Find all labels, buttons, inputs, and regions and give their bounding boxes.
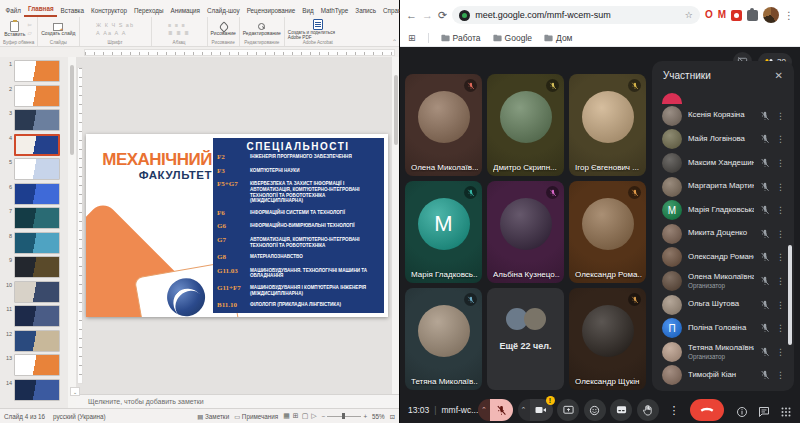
- slide-thumbnail[interactable]: 4: [2, 134, 66, 156]
- normal-view-button[interactable]: ▦: [283, 412, 290, 420]
- activities-grid-icon[interactable]: [780, 406, 792, 418]
- participant-row[interactable]: ППоліна Головіна⋮: [652, 316, 788, 340]
- slide-thumbnail[interactable]: 9: [2, 256, 66, 278]
- participant-row[interactable]: Максим Хандешин⋮: [652, 151, 788, 175]
- participant-options-button[interactable]: ⋮: [776, 300, 784, 310]
- participant-row[interactable]: Олена Миколаївна Фу...Организатор⋮: [652, 269, 788, 293]
- participant-row[interactable]: Ксенія Корязіна⋮: [652, 104, 788, 128]
- slide-thumbnail[interactable]: 10: [2, 281, 66, 303]
- participant-options-button[interactable]: ⋮: [776, 111, 784, 121]
- slide-thumbnail[interactable]: 8: [2, 232, 66, 254]
- ribbon-tab[interactable]: Анимация: [167, 4, 204, 17]
- participant-options-button[interactable]: ⋮: [776, 182, 784, 192]
- slide-thumbnail[interactable]: 12: [2, 330, 66, 352]
- bookmark-folder[interactable]: Google: [493, 33, 532, 43]
- notes-area[interactable]: ⌄ Щелкните, чтобы добавить заметки: [76, 394, 399, 408]
- drawing-button[interactable]: Рисование: [211, 22, 236, 37]
- video-tile[interactable]: Олена Миколаїв...: [405, 74, 482, 176]
- paste-button[interactable]: Вставить: [4, 21, 25, 38]
- zoom-slider[interactable]: −+: [322, 413, 367, 420]
- video-tile[interactable]: Альбіна Кузнецо...: [487, 181, 564, 283]
- bookmark-folder[interactable]: Работа: [441, 33, 481, 43]
- more-options-button[interactable]: ⋮: [663, 399, 685, 421]
- participant-options-button[interactable]: ⋮: [776, 276, 784, 286]
- extension-icon-m[interactable]: M: [718, 10, 726, 20]
- mic-options-chevron[interactable]: ⌃: [478, 399, 490, 421]
- chrome-profile-avatar[interactable]: [763, 7, 779, 23]
- slide-thumbnail[interactable]: 11: [2, 305, 66, 327]
- cut-copy-buttons[interactable]: ✂▱: [27, 22, 33, 36]
- slideshow-button[interactable]: ▷: [311, 412, 316, 420]
- mic-button[interactable]: [490, 399, 513, 421]
- participant-row[interactable]: Майя Логвінова⋮: [652, 128, 788, 152]
- notes-toggle[interactable]: ▤ Заметки: [197, 413, 229, 420]
- participant-options-button[interactable]: ⋮: [776, 205, 784, 215]
- panel-scrollbar[interactable]: [788, 245, 792, 345]
- bookmark-star-icon[interactable]: ☆: [685, 10, 693, 20]
- language-indicator[interactable]: русский (Украина): [53, 413, 106, 420]
- participant-options-button[interactable]: ⋮: [776, 252, 784, 262]
- slide-thumbnail[interactable]: 2: [2, 85, 66, 107]
- ribbon-tab[interactable]: Рецензирование: [243, 4, 299, 17]
- participant-options-button[interactable]: ⋮: [776, 347, 784, 357]
- adobe-pdf-button[interactable]: Создать и поделиться Adobe PDF: [288, 19, 348, 40]
- slide-thumbnail[interactable]: 7: [2, 207, 66, 229]
- video-tile[interactable]: MМарія Гладковсь...: [405, 181, 482, 283]
- extension-icon-o[interactable]: O: [705, 10, 713, 20]
- extensions-puzzle-icon[interactable]: [747, 10, 758, 21]
- apps-grid-icon[interactable]: ⊞: [408, 33, 416, 43]
- info-icon[interactable]: [736, 406, 748, 418]
- camera-button[interactable]: !: [530, 399, 553, 421]
- video-tile[interactable]: Ігор Євгенович ...: [569, 74, 646, 176]
- participant-row[interactable]: Олександр Романов⋮: [652, 246, 788, 270]
- ribbon-tab[interactable]: Файл: [2, 4, 24, 17]
- thumbnail-scrollbar[interactable]: [68, 57, 76, 408]
- ribbon-tab[interactable]: Вставка: [57, 4, 87, 17]
- slide-thumbnail[interactable]: 1: [2, 60, 66, 82]
- extension-icon-red[interactable]: [731, 10, 742, 21]
- ribbon-tab[interactable]: Главная: [24, 2, 57, 17]
- bookmark-folder[interactable]: Дом: [544, 33, 572, 43]
- reactions-button[interactable]: [584, 399, 606, 421]
- camera-options-chevron[interactable]: ⌃: [518, 399, 530, 421]
- slide-thumbnail[interactable]: 3: [2, 109, 66, 131]
- participant-options-button[interactable]: ⋮: [776, 158, 784, 168]
- captions-button[interactable]: [610, 399, 632, 421]
- raise-hand-button[interactable]: [637, 399, 659, 421]
- canvas-scrollbar[interactable]: [392, 57, 399, 394]
- notes-collapse-button[interactable]: ⌄: [70, 387, 80, 396]
- participant-row[interactable]: Микита Доценко⋮: [652, 222, 788, 246]
- participant-row[interactable]: MМарія Гладковська⋮: [652, 198, 788, 222]
- video-tile[interactable]: Олександр Щукін: [569, 288, 646, 390]
- participant-options-button[interactable]: ⋮: [776, 229, 784, 239]
- slide-thumbnail[interactable]: 6: [2, 183, 66, 205]
- participant-options-button[interactable]: ⋮: [776, 323, 784, 333]
- close-panel-button[interactable]: ✕: [775, 70, 783, 81]
- participant-options-button[interactable]: ⋮: [776, 370, 784, 380]
- slide-thumbnail[interactable]: 13: [2, 354, 66, 376]
- fit-to-window-button[interactable]: ⊡: [390, 413, 395, 420]
- video-tile[interactable]: Дмитро Скрипн...: [487, 74, 564, 176]
- slide-editor[interactable]: МЕХАНІЧНИЙ ФАКУЛЬТЕТ СПЕЦІАЛЬНОСТІ F2Інж…: [86, 134, 388, 317]
- video-tile[interactable]: Олександр Рома...: [569, 181, 646, 283]
- comments-toggle[interactable]: ▭ Примечания: [234, 413, 278, 420]
- participant-row[interactable]: Тетяна Миколаївна ХудаОрганизатор⋮: [652, 340, 788, 364]
- participant-row-partial[interactable]: [652, 91, 788, 104]
- slide-sorter-button[interactable]: ⊞: [293, 412, 299, 420]
- ribbon-tab[interactable]: MathType: [317, 4, 352, 17]
- new-slide-button[interactable]: Создать слайд: [41, 23, 75, 37]
- participant-row[interactable]: Ольга Шутова⋮: [652, 293, 788, 317]
- ribbon-tab[interactable]: Переходы: [130, 4, 167, 17]
- address-bar[interactable]: meet.google.com/mmf-wcem-sum ☆: [452, 6, 700, 24]
- participant-row[interactable]: Тимофій Кіан⋮: [652, 364, 788, 388]
- ribbon-tab[interactable]: Запись: [352, 4, 380, 17]
- zoom-level[interactable]: 55%: [372, 413, 385, 420]
- ribbon-tab[interactable]: Вид: [299, 4, 317, 17]
- participant-row[interactable]: Маргарита Мартинець⋮: [652, 175, 788, 199]
- chrome-menu-button[interactable]: ⋮: [784, 10, 794, 21]
- reading-view-button[interactable]: ▢: [302, 412, 309, 420]
- ribbon-tab[interactable]: Слайд-шоу: [204, 4, 244, 17]
- present-button[interactable]: [557, 399, 579, 421]
- reload-button[interactable]: ⟳: [438, 10, 447, 21]
- end-call-button[interactable]: [690, 399, 724, 421]
